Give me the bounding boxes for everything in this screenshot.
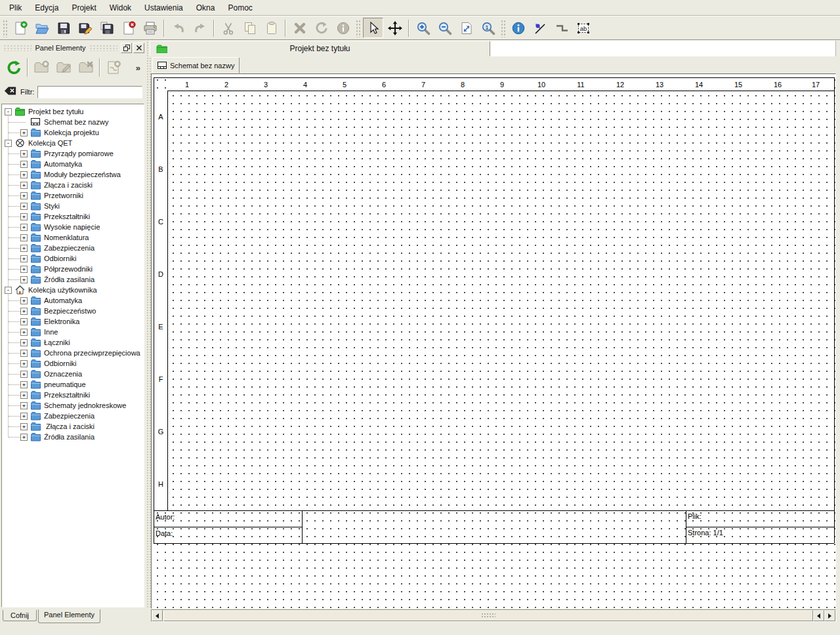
dock-tab-panel-elementy[interactable]: Panel Elementy: [38, 609, 100, 623]
redo-button[interactable]: [190, 18, 210, 38]
tree-item-kolekcja-qet[interactable]: -Kolekcja QET: [2, 138, 144, 148]
zoom-out-button[interactable]: [434, 18, 455, 38]
tree-item-z-cza-i-zaciski[interactable]: + Złącza i zaciski: [2, 421, 144, 432]
zoom-fit-button[interactable]: [456, 18, 476, 38]
add-text-field-button[interactable]: ab: [573, 18, 593, 38]
collapse-expander-icon[interactable]: -: [5, 287, 12, 294]
menu-plik[interactable]: Plik: [3, 1, 28, 14]
toolbar-handle[interactable]: [2, 19, 8, 37]
expand-expander-icon[interactable]: +: [20, 234, 28, 241]
paste-button[interactable]: [261, 18, 282, 38]
tree-item-automatyka[interactable]: +Automatyka: [2, 295, 144, 306]
expand-expander-icon[interactable]: +: [20, 224, 28, 231]
horizontal-scrollbar[interactable]: [151, 609, 836, 622]
tree-item-przekszta-tniki[interactable]: +Przekształtniki: [2, 390, 144, 400]
close-document-button[interactable]: [118, 18, 138, 38]
expand-expander-icon[interactable]: +: [20, 255, 28, 262]
expand-expander-icon[interactable]: +: [20, 318, 28, 325]
schematic-canvas[interactable]: 1234567891011121314151617ABCDEFGHAutor:D…: [151, 73, 836, 609]
dock-grip[interactable]: [89, 45, 117, 51]
tree-item-z-cza-i-zaciski[interactable]: +Złącza i zaciski: [2, 180, 144, 190]
toolbar-handle[interactable]: [355, 19, 361, 37]
menu-okna[interactable]: Okna: [190, 1, 222, 14]
zoom-reset-button[interactable]: 1: [478, 18, 498, 38]
new-document-button[interactable]: [10, 18, 30, 38]
expand-expander-icon[interactable]: +: [20, 402, 28, 409]
tree-item-pneumatique[interactable]: +pneumatique: [2, 379, 144, 390]
tree-item-projekt-bez-tytu-u[interactable]: -Projekt bez tytułu: [2, 106, 144, 117]
scroll-right-button[interactable]: [824, 610, 835, 621]
new-element-button[interactable]: [102, 57, 125, 78]
undo-button[interactable]: [168, 18, 188, 38]
expand-expander-icon[interactable]: +: [20, 161, 28, 168]
edit-category-button[interactable]: [52, 57, 75, 78]
collapse-expander-icon[interactable]: -: [5, 108, 12, 115]
expand-expander-icon[interactable]: +: [20, 171, 28, 178]
tree-item-bezpiecze-stwo[interactable]: +Bezpieczeństwo: [2, 306, 144, 316]
rotate-button[interactable]: [311, 18, 331, 38]
expand-expander-icon[interactable]: +: [20, 150, 28, 157]
tree-item-p-przewodniki[interactable]: +Półprzewodniki: [2, 264, 144, 274]
toolbar-handle[interactable]: [500, 19, 506, 37]
tree-item-przetworniki[interactable]: +Przetworniki: [2, 190, 144, 201]
new-category-button[interactable]: [30, 57, 52, 78]
expand-expander-icon[interactable]: +: [20, 297, 28, 304]
expand-expander-icon[interactable]: +: [20, 129, 28, 136]
tree-item-styki[interactable]: +Styki: [2, 201, 144, 211]
expand-expander-icon[interactable]: +: [20, 329, 28, 336]
tree-item-zabezpieczenia[interactable]: +Zabezpieczenia: [2, 243, 144, 253]
expand-expander-icon[interactable]: +: [20, 213, 28, 220]
save-all-button[interactable]: [96, 18, 117, 38]
collections-tree[interactable]: -Projekt bez tytułuSchemat bez nazwy+Kol…: [1, 104, 144, 607]
tree-item-r-d-a-zasilania[interactable]: +Źródła zasilania: [2, 432, 144, 442]
print-button[interactable]: [140, 18, 160, 38]
scroll-left-button-2[interactable]: [813, 610, 824, 621]
tree-item-modu-y-bezpiecze-stwa[interactable]: +Moduły bezpieczeństwa: [2, 169, 144, 180]
zoom-in-button[interactable]: [413, 18, 433, 38]
save-button[interactable]: [53, 18, 74, 38]
diagram-info-button[interactable]: [508, 18, 528, 38]
tree-item-kolekcja-projektu[interactable]: +Kolekcja projektu: [2, 127, 144, 138]
tree-item-schematy-jednokreskowe[interactable]: +Schematy jednokreskowe: [2, 400, 144, 411]
expand-expander-icon[interactable]: +: [20, 423, 28, 430]
expand-expander-icon[interactable]: +: [20, 381, 28, 388]
dock-float-button[interactable]: [121, 43, 132, 53]
panel-splitter[interactable]: [146, 41, 151, 609]
expand-expander-icon[interactable]: +: [20, 266, 28, 273]
expand-expander-icon[interactable]: +: [20, 413, 28, 420]
select-mode-button[interactable]: [363, 18, 383, 38]
expand-expander-icon[interactable]: +: [20, 308, 28, 315]
expand-expander-icon[interactable]: +: [20, 434, 28, 441]
panel-overflow-button[interactable]: »: [136, 63, 140, 73]
tree-item-automatyka[interactable]: +Automatyka: [2, 159, 144, 169]
expand-expander-icon[interactable]: +: [20, 192, 28, 199]
tree-item-wysokie-napi-cie[interactable]: +Wysokie napięcie: [2, 222, 144, 232]
tree-item-ochrona-przeciwprzepi-ciowa[interactable]: +Ochrona przeciwprzepięciowa: [2, 348, 144, 358]
expand-expander-icon[interactable]: +: [20, 276, 28, 283]
dock-close-button[interactable]: [133, 43, 144, 53]
delete-category-button[interactable]: [75, 57, 97, 78]
tree-item-przekszta-tniki[interactable]: +Przekształtniki: [2, 211, 144, 222]
tree-item-przyrz-dy-pomiarowe[interactable]: +Przyrządy pomiarowe: [2, 148, 144, 159]
properties-button[interactable]: [333, 18, 353, 38]
pan-mode-button[interactable]: [385, 18, 405, 38]
scroll-left-button[interactable]: [152, 610, 163, 621]
filter-input[interactable]: [37, 86, 142, 98]
expand-expander-icon[interactable]: +: [20, 339, 28, 346]
expand-expander-icon[interactable]: +: [20, 182, 28, 189]
scrollbar-thumb[interactable]: [163, 610, 813, 621]
tree-item-r-d-a-zasilania[interactable]: +Źródła zasilania: [2, 274, 144, 285]
tree-item-czniki[interactable]: +Łączniki: [2, 337, 144, 348]
menu-edycja[interactable]: Edycja: [28, 1, 65, 14]
expand-expander-icon[interactable]: +: [20, 360, 28, 367]
menu-pomoc[interactable]: Pomoc: [221, 1, 259, 14]
tree-item-inne[interactable]: +Inne: [2, 327, 144, 337]
expand-expander-icon[interactable]: +: [20, 392, 28, 399]
tree-item-odbiorniki[interactable]: +Odbiorniki: [2, 358, 144, 369]
diagram-tab[interactable]: Schemat bez nazwy: [152, 57, 240, 73]
tree-item-nomenklatura[interactable]: +Nomenklatura: [2, 232, 144, 243]
save-as-button[interactable]: [75, 18, 95, 38]
dock-grip[interactable]: [3, 45, 32, 51]
tree-item-kolekcja-u-ytkownika[interactable]: -Kolekcja użytkownika: [2, 285, 144, 295]
conductor-tool-button[interactable]: [530, 18, 550, 38]
